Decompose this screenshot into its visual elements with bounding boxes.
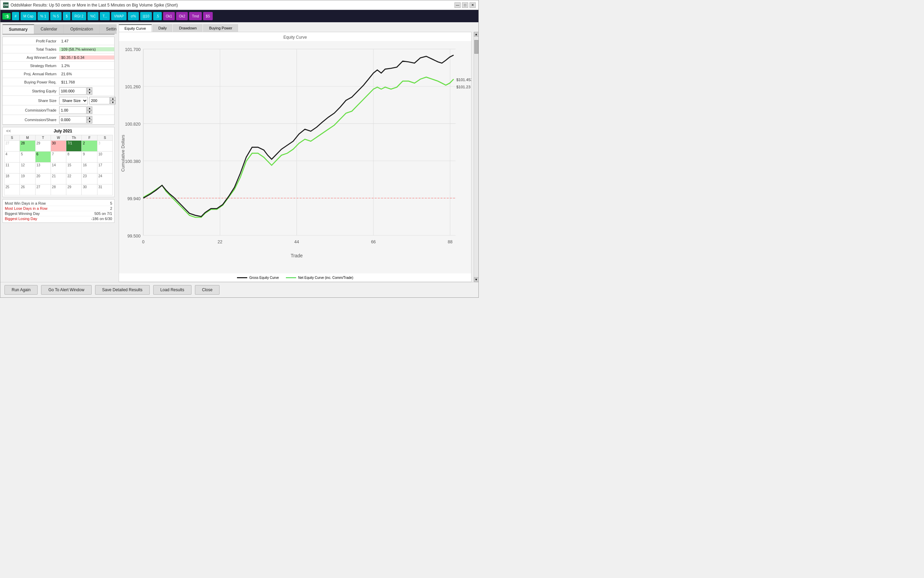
commission-share-down[interactable]: ▼ [87, 120, 92, 123]
tab-optimization[interactable]: Optimization [64, 24, 100, 34]
chart-tab-equity[interactable]: Equity Curve [119, 24, 152, 32]
close-button[interactable]: Close [195, 285, 220, 295]
svg-text:99.940: 99.940 [127, 196, 140, 201]
cal-day[interactable]: 27 [35, 185, 50, 195]
toolbar-btn-10[interactable]: |||10 [140, 12, 152, 20]
minimize-button[interactable]: — [455, 2, 461, 8]
scroll-thumb[interactable] [474, 40, 478, 54]
cal-day[interactable]: 8 [66, 152, 82, 162]
cal-day[interactable]: 20 [35, 174, 50, 185]
chart-tab-buying-power[interactable]: Buying Power [203, 24, 238, 32]
cal-day-today[interactable]: 7/1 [66, 141, 82, 152]
bottom-buttons-bar: Run Again Go To Alert Window Save Detail… [0, 282, 478, 297]
cal-day[interactable]: 27 [5, 141, 20, 152]
cal-day[interactable]: 14 [50, 162, 66, 174]
cal-day[interactable]: 25 [5, 185, 20, 195]
cal-day[interactable]: 10 [97, 152, 113, 162]
close-button[interactable]: ✕ [469, 2, 476, 8]
tab-summary[interactable]: Summary [2, 24, 34, 34]
commission-trade-field[interactable] [59, 106, 87, 114]
cal-day[interactable]: 9 [82, 152, 97, 162]
cal-header-f: F [82, 135, 97, 141]
cal-day[interactable]: 28 [50, 185, 66, 195]
tab-calendar[interactable]: Calendar [34, 24, 64, 34]
starting-equity-up[interactable]: ▲ [87, 87, 92, 91]
toolbar-btn-half[interactable]: .5 [153, 12, 162, 20]
share-size-field[interactable] [89, 97, 110, 104]
cal-day[interactable]: 31 [97, 185, 113, 195]
svg-text:100.380: 100.380 [125, 159, 140, 164]
toolbar-btn-pct1[interactable]: % 1 [37, 12, 49, 20]
commission-trade-down[interactable]: ▼ [87, 110, 92, 114]
load-results-button[interactable]: Load Results [153, 285, 191, 295]
cal-day[interactable]: 6 [35, 152, 50, 162]
cal-day[interactable]: 11 [5, 162, 20, 174]
chart-tab-bar: Equity Curve Daily Drawdown Buying Power [117, 22, 478, 32]
go-to-alert-button[interactable]: Go To Alert Window [41, 285, 91, 295]
chart-tab-daily[interactable]: Daily [152, 24, 172, 32]
cal-day[interactable]: 2 [82, 141, 97, 152]
cal-day[interactable]: 12 [20, 162, 35, 174]
calendar-nav: << July 2021 [4, 129, 113, 133]
starting-equity-field[interactable] [59, 87, 87, 95]
cal-day[interactable]: 21 [50, 174, 66, 185]
cal-day[interactable]: 7 [50, 152, 66, 162]
toolbar-btn-pct5[interactable]: % 5 [50, 12, 61, 20]
toolbar-btn-rgi2[interactable]: RGI 2 [72, 12, 86, 20]
starting-equity-down[interactable]: ▼ [87, 91, 92, 95]
cal-day[interactable]: 29 [66, 185, 82, 195]
cal-day[interactable]: 3 [97, 141, 113, 152]
commission-share-field[interactable] [59, 116, 87, 123]
run-again-button[interactable]: Run Again [5, 285, 37, 295]
toolbar-btn-hash[interactable]: # [12, 12, 19, 20]
toolbar-btn-trnd[interactable]: Trnd [189, 12, 201, 20]
tab-settings[interactable]: Settings [100, 24, 117, 34]
cal-day[interactable]: 23 [82, 174, 97, 185]
window-title: OddsMaker Results: Up 50 cents or More i… [11, 3, 178, 8]
scroll-up-arrow[interactable]: ▲ [474, 32, 479, 37]
toolbar-btn-ok2[interactable]: Ok2 [176, 12, 188, 20]
share-size-up[interactable]: ▲ [110, 97, 116, 101]
toolbar-btn-t[interactable]: T... [100, 12, 110, 20]
toolbar-btn-mcap[interactable]: M Cap [21, 12, 36, 20]
scroll-track[interactable] [474, 37, 478, 277]
legend-gross-label: Gross Equity Curve [249, 276, 279, 279]
scrollbar-right[interactable]: ▲ ▼ [474, 32, 478, 282]
commission-share-up[interactable]: ▲ [87, 116, 92, 120]
cal-day[interactable]: 16 [82, 162, 97, 174]
cal-day[interactable]: 29 [35, 141, 50, 152]
cal-day[interactable]: 5 [20, 152, 35, 162]
calendar-prev-button[interactable]: << [4, 129, 13, 133]
toolbar-btn-sigma[interactable]: σ% [128, 12, 139, 20]
share-size-spinners: ▲ ▼ [110, 97, 116, 104]
toolbar-btn-dollar-s[interactable]: $S [203, 12, 213, 20]
share-size-dropdown[interactable]: Share Size [59, 97, 88, 104]
strategy-return-row: Strategy Return 1.2% [3, 62, 114, 70]
cal-day[interactable]: 26 [20, 185, 35, 195]
toolbar-btn-dollar[interactable]: $ [63, 12, 70, 20]
cal-day[interactable]: 28 [20, 141, 35, 152]
cal-day[interactable]: 24 [97, 174, 113, 185]
chart-tab-drawdown[interactable]: Drawdown [173, 24, 202, 32]
svg-text:Cumulative Dollars: Cumulative Dollars [120, 135, 126, 172]
toolbar-btn-pctc[interactable]: %C [87, 12, 99, 20]
cal-day[interactable]: 15 [66, 162, 82, 174]
right-panel: Equity Curve Daily Drawdown Buying Power… [117, 22, 478, 282]
maximize-button[interactable]: □ [462, 2, 468, 8]
cal-day[interactable]: 19 [20, 174, 35, 185]
share-size-input-group: ▲ ▼ [89, 97, 116, 104]
cal-day[interactable]: 4 [5, 152, 20, 162]
cal-day[interactable]: 30 [82, 185, 97, 195]
total-trades-value: 109 (58.7% winners) [59, 47, 114, 51]
cal-day[interactable]: 18 [5, 174, 20, 185]
cal-day[interactable]: 17 [97, 162, 113, 174]
share-size-down[interactable]: ▼ [110, 101, 116, 104]
cal-day[interactable]: 13 [35, 162, 50, 174]
commission-trade-up[interactable]: ▲ [87, 106, 92, 110]
scroll-down-arrow[interactable]: ▼ [474, 277, 479, 282]
cal-day[interactable]: 22 [66, 174, 82, 185]
toolbar-btn-ok1[interactable]: Ok1 [163, 12, 175, 20]
toolbar-btn-vwap[interactable]: VWAP [111, 12, 126, 20]
save-detailed-results-button[interactable]: Save Detailed Results [95, 285, 150, 295]
cal-day[interactable]: 30 [50, 141, 66, 152]
